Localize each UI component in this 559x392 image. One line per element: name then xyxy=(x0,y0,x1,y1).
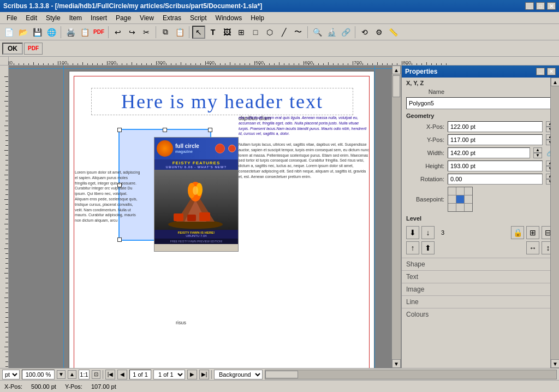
menu-style[interactable]: Style xyxy=(41,13,65,23)
zoom-up[interactable]: ▲ xyxy=(68,370,76,379)
zoom-tool[interactable]: 🔍 xyxy=(311,26,324,39)
vscrollbar[interactable]: ▲ ▼ xyxy=(392,66,401,368)
menu-item[interactable]: Item xyxy=(65,13,86,23)
new-button[interactable]: 📄 xyxy=(2,26,15,39)
scroll-track[interactable] xyxy=(392,74,401,359)
extra-tool[interactable]: ⚙ xyxy=(372,26,385,39)
minimize-button[interactable]: _ xyxy=(525,2,534,10)
menu-file[interactable]: File xyxy=(2,13,21,23)
zoom-down[interactable]: ▼ xyxy=(57,370,66,379)
link-tool[interactable]: 🔗 xyxy=(339,26,352,39)
text-tool[interactable]: T xyxy=(206,26,219,39)
menu-page[interactable]: Page xyxy=(111,13,135,23)
measure-tool[interactable]: 📏 xyxy=(386,26,400,39)
scroll-thumb[interactable] xyxy=(393,75,400,97)
table-tool[interactable]: ⊞ xyxy=(235,26,248,39)
ypos-input[interactable] xyxy=(448,134,543,145)
menu-extras[interactable]: Extras xyxy=(158,13,186,23)
xpos-input[interactable] xyxy=(448,121,543,132)
unit-select[interactable]: pt xyxy=(2,370,20,379)
menu-help[interactable]: Help xyxy=(246,13,269,23)
props-close[interactable]: ✕ xyxy=(547,68,556,75)
nav-first[interactable]: |◀ xyxy=(105,370,115,379)
printer2-button[interactable]: 📋 xyxy=(78,26,91,39)
zoom-fit[interactable]: ⊡ xyxy=(92,370,100,379)
nav-prev[interactable]: ◀ xyxy=(117,370,127,379)
level-group[interactable]: ⊞ xyxy=(526,226,539,239)
scroll-up[interactable]: ▲ xyxy=(392,66,401,74)
left-text-frame[interactable]: Lorem ipsum dolor sit amet, adipiscing e… xyxy=(75,170,140,323)
line-section[interactable]: Line xyxy=(402,295,559,308)
zoom-input[interactable] xyxy=(22,370,55,379)
menu-insert[interactable]: Insert xyxy=(86,13,111,23)
menu-view[interactable]: View xyxy=(135,13,158,23)
close-button[interactable]: ✕ xyxy=(547,2,556,10)
level-up[interactable]: ↑ xyxy=(406,241,419,254)
text-section[interactable]: Text xyxy=(402,270,559,283)
level-top[interactable]: ⬆ xyxy=(421,241,435,254)
basepoint-grid[interactable] xyxy=(448,187,473,212)
level-down[interactable]: ↓ xyxy=(421,226,435,239)
menu-windows[interactable]: Windows xyxy=(211,13,247,23)
hscroll-track[interactable] xyxy=(265,370,557,379)
nav-next[interactable]: ▶ xyxy=(187,370,197,379)
pdf-export-button[interactable]: PDF xyxy=(92,26,105,39)
level-lock[interactable]: 🔒 xyxy=(511,226,524,239)
bp-mr[interactable] xyxy=(465,195,472,203)
handle-tm[interactable] xyxy=(163,128,167,132)
bp-bl[interactable] xyxy=(448,204,456,211)
props-scroll-down[interactable]: ▼ xyxy=(551,359,559,368)
image-section[interactable]: Image xyxy=(402,283,559,295)
bp-tr[interactable] xyxy=(465,187,472,195)
shape-tool[interactable]: □ xyxy=(249,26,262,39)
print-button[interactable]: 🖨️ xyxy=(64,26,77,39)
rotation-input[interactable] xyxy=(448,174,543,185)
menu-script[interactable]: Script xyxy=(186,13,211,23)
polygon-tool[interactable]: ⬡ xyxy=(263,26,276,39)
line-tool[interactable]: ╱ xyxy=(277,26,290,39)
open-button[interactable]: 📂 xyxy=(16,26,29,39)
page-input[interactable] xyxy=(129,370,151,379)
save-button[interactable]: 💾 xyxy=(31,26,44,39)
scroll-down[interactable]: ▼ xyxy=(392,359,401,368)
colours-section[interactable]: Colours xyxy=(402,308,559,320)
background-select[interactable]: Background xyxy=(214,370,263,379)
bp-tl[interactable] xyxy=(448,187,456,195)
nav-last[interactable]: ▶| xyxy=(199,370,209,379)
bp-tm[interactable] xyxy=(456,187,464,195)
handle-tl[interactable] xyxy=(117,128,122,132)
rotate-tool[interactable]: ⟲ xyxy=(358,26,371,39)
width-down[interactable]: ▼ xyxy=(533,153,542,158)
image-tool[interactable]: 🖼 xyxy=(221,26,234,39)
select-tool[interactable]: ↖ xyxy=(192,26,205,39)
name-input[interactable] xyxy=(406,97,555,109)
redo-button[interactable]: ↪ xyxy=(126,26,139,39)
eyedrop-tool[interactable]: 🔬 xyxy=(325,26,338,39)
right-text-frame[interactable]: nec sollicitudin quam erat quis ligula. … xyxy=(239,115,370,368)
width-up[interactable]: ▲ xyxy=(533,147,542,153)
height-input[interactable] xyxy=(448,161,543,171)
shape-section[interactable]: Shape xyxy=(402,258,559,270)
menu-edit[interactable]: Edit xyxy=(21,13,41,23)
pdf-button[interactable]: PDF xyxy=(24,43,43,55)
cut-button[interactable]: ✂ xyxy=(140,26,153,39)
web-button[interactable]: 🌐 xyxy=(45,26,58,39)
level-bottom[interactable]: ⬇ xyxy=(406,226,419,239)
copy-button[interactable]: ⧉ xyxy=(159,26,172,39)
hscroll-thumb[interactable] xyxy=(265,371,298,378)
bp-br[interactable] xyxy=(465,204,472,211)
width-input[interactable] xyxy=(448,147,530,158)
maximize-button[interactable]: □ xyxy=(536,2,545,10)
paste-button[interactable]: 📋 xyxy=(173,26,186,39)
props-scroll-up[interactable]: ▲ xyxy=(551,78,559,86)
fullcircle-image-frame[interactable]: full circle magazine FEISTY FEATURES UBU… xyxy=(154,137,239,252)
props-scroll-track[interactable] xyxy=(551,86,559,359)
canvas-area[interactable]: Here is my header text xyxy=(9,66,401,368)
bezier-tool[interactable]: 〜 xyxy=(292,26,305,39)
header-text-frame[interactable]: Here is my header text xyxy=(91,88,353,115)
props-vscrollbar[interactable]: ▲ ▼ xyxy=(550,78,559,368)
bp-ml[interactable] xyxy=(448,195,456,203)
bp-bm[interactable] xyxy=(456,204,464,211)
undo-button[interactable]: ↩ xyxy=(111,26,124,39)
page-select[interactable]: 1 of 1 xyxy=(153,370,185,379)
